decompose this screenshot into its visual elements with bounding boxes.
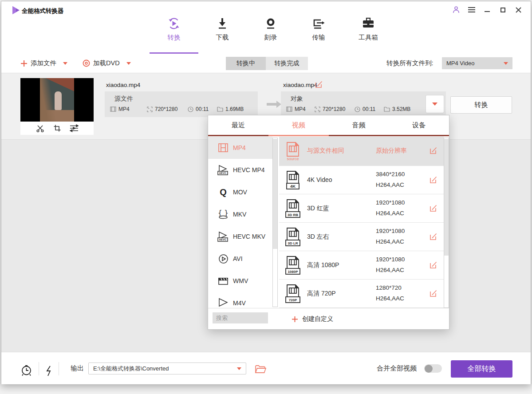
preset-tab-device[interactable]: 设备 [389,115,449,135]
file-list-area: xiaodao.mp4 源文件 MP4 72 [1,73,531,353]
hevc-flag-icon: HEVC [217,231,229,242]
output-path-dropdown[interactable]: E:\全能格式转换器\Converted [88,362,246,374]
dvd-icon [83,59,90,67]
effects-icon[interactable] [70,124,79,133]
preset-tab-audio[interactable]: 音频 [329,115,389,135]
svg-text:3D RB: 3D RB [288,213,298,217]
toolbar: 添加文件 加载DVD 转换中 转换完成 转换所有文件到: MP4 Video [1,54,531,73]
thumbnail-toolbar [20,122,94,135]
duration-icon [355,106,360,112]
crop-icon[interactable] [53,124,62,133]
hevc-flag-icon: HEVC [217,164,229,176]
format-list-scrollbar[interactable] [272,138,278,307]
edit-preset-icon[interactable] [429,289,437,298]
preset-item-source[interactable]: source 与源文件相同 原始分辨率 [279,137,444,166]
transfer-icon [299,16,339,31]
tab-converting[interactable]: 转换中 [226,57,266,70]
menu-icon[interactable] [467,5,476,14]
format-item-mov[interactable]: Q MOV [208,181,272,203]
clapperboard-icon [217,275,229,287]
edit-preset-icon[interactable] [429,204,437,213]
app-logo-icon [12,6,20,14]
edit-preset-icon[interactable] [429,146,437,155]
tab-transfer[interactable]: 传输 [299,16,339,48]
output-label: 输出 [71,352,84,385]
format-list: MP4 HEVC HEVC MP4 Q [208,137,272,307]
burn-icon [251,16,291,31]
preset-item-3d-lr[interactable]: 3D LR 3D 左右 1920*1080 H264,AAC [279,223,444,251]
tab-convert[interactable]: 转换 [154,16,194,48]
tab-toolbox[interactable]: 工具箱 [348,16,388,48]
preset-badge-icon: 3D RB [284,199,301,218]
preset-item-720p[interactable]: 720P 高清 720P 1280*720 H264,AAC [279,280,444,308]
preset-item-1080p[interactable]: 1080P 高清 1080P 1920*1080 H264,AAC [279,251,444,280]
preset-list-scrollbar[interactable] [444,138,449,308]
svg-text:4K: 4K [290,184,296,189]
video-thumbnail [20,78,94,122]
quicktime-icon: Q [217,186,229,198]
target-info-box: 对象 MP4 720*1280 [281,91,446,117]
svg-text:1080P: 1080P [288,270,298,274]
svg-text:HEVC: HEVC [219,238,227,241]
open-folder-icon[interactable] [254,363,267,376]
schedule-icon[interactable] [20,364,32,377]
add-file-caret-icon [63,62,67,65]
add-file-button[interactable]: 添加文件 [20,54,67,73]
maximize-button[interactable] [498,5,507,14]
account-icon[interactable] [452,5,461,14]
search-input[interactable] [213,312,268,323]
edit-preset-icon[interactable] [429,232,437,241]
play-flag-icon [217,297,229,307]
merge-videos-toggle[interactable] [424,364,442,373]
format-item-avi[interactable]: AVI [208,248,272,270]
plus-icon [20,60,28,67]
convert-all-to-dropdown[interactable]: MP4 Video [442,57,512,69]
tab-burn[interactable]: 刻录 [251,16,291,48]
download-icon [202,16,242,31]
preset-item-3d-rb[interactable]: 3D RB 3D 红蓝 1920*1080 H264,AAC [279,194,444,223]
trim-icon[interactable] [36,124,45,133]
convert-button[interactable]: 转换 [450,96,512,114]
format-item-hevc-mkv[interactable]: HEVC HEVC MKV [208,225,272,248]
preset-badge-icon: 3D LR [284,227,301,247]
format-icon [110,106,116,112]
preset-item-4k[interactable]: 4K 4K Video 3840*2160 H264,AAC [279,166,444,194]
tab-download[interactable]: 下载 [202,16,242,48]
format-item-m4v[interactable]: M4V [208,292,272,307]
video-thumbnail-card [20,78,94,135]
source-info-box: 源文件 MP4 720*1280 [105,91,258,117]
tab-finished[interactable]: 转换完成 [266,57,308,70]
preset-list: source 与源文件相同 原始分辨率 4K [279,137,444,308]
size-icon [384,106,390,112]
format-item-hevc-mp4[interactable]: HEVC HEVC MP4 [208,159,272,181]
preset-panel-footer: 创建自定义 [208,308,449,330]
format-item-mkv[interactable]: { } MKV [208,203,272,225]
app-title: 全能格式转换器 [22,7,64,15]
preset-dropdown-button[interactable] [426,95,444,113]
convert-all-button[interactable]: 全部转换 [451,360,512,378]
resolution-icon [315,106,320,112]
preset-badge-icon: 720P [284,284,301,303]
load-dvd-button[interactable]: 加载DVD [83,54,131,73]
edit-preset-icon[interactable] [429,176,437,184]
minimize-button[interactable] [483,5,492,14]
performance-icon[interactable] [43,365,55,377]
load-dvd-caret-icon [126,62,131,65]
preset-tab-video[interactable]: 视频 [268,115,329,135]
svg-text:720P: 720P [289,298,297,302]
duration-icon [188,106,193,112]
preset-panel: 最近 视频 音频 设备 MP4 [208,115,449,330]
arrow-right-icon [267,100,282,109]
close-button[interactable] [514,5,523,14]
create-custom-button[interactable]: 创建自定义 [292,308,333,330]
format-item-mp4[interactable]: MP4 [208,137,272,159]
app-window: 全能格式转换器 [1,1,531,384]
svg-text:source: source [287,157,299,161]
rename-icon[interactable] [315,80,323,89]
preset-tab-recent[interactable]: 最近 [208,115,268,135]
preset-badge-icon: 1080P [284,256,301,275]
dropdown-caret-icon [504,62,508,65]
toolbox-icon [348,16,388,31]
format-item-wmv[interactable]: WMV [208,270,272,292]
edit-preset-icon[interactable] [429,261,437,269]
